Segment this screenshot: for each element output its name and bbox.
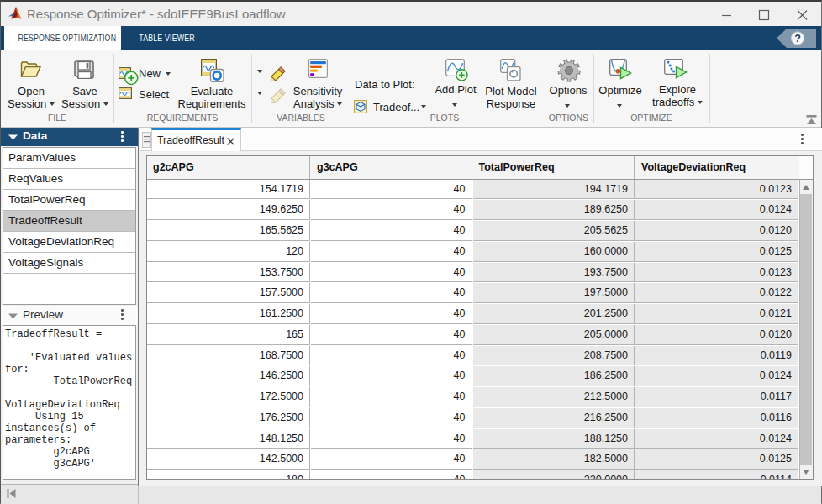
svg-text:?: ? [794,33,801,45]
